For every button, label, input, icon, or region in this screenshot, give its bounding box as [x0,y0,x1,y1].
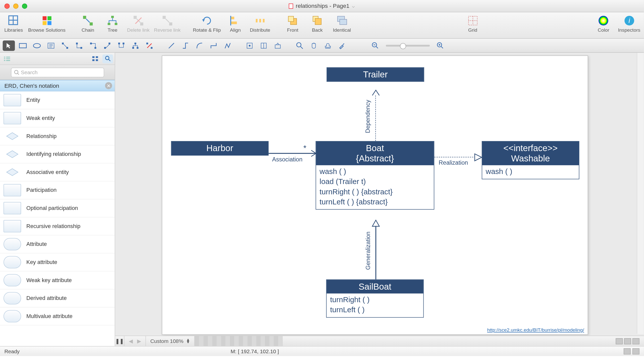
svg-rect-52 [104,47,106,49]
shape-item[interactable]: Relationship [0,127,115,146]
line-tool-5[interactable] [221,40,234,51]
edge-association[interactable] [268,153,315,154]
minimize-window-button[interactable] [13,3,18,9]
shape-item[interactable]: Entity [0,91,115,109]
svg-point-88 [105,56,109,60]
rotate-flip-button[interactable]: Rotate & Flip [193,15,221,32]
edge-generalization[interactable] [375,226,376,279]
shape-item-label: Associative entity [26,169,69,175]
uml-class-sailboat[interactable]: SailBoat turnRight ( )turnLeft ( ) [326,279,424,318]
align-button[interactable]: Align [225,15,245,32]
category-header[interactable]: ERD, Chen's notation ✕ [0,80,115,91]
outline-icon[interactable] [2,54,12,63]
close-icon[interactable]: ✕ [105,82,112,89]
uml-class-harbor[interactable]: Harbor [171,141,269,156]
footer-url[interactable]: http://sce2.umkc.edu/BIT/burrise/pl/mode… [487,327,584,333]
canvas-scroll[interactable]: Trailer Harbor Boat {Abstract} wash ( )l… [115,53,644,336]
window-title: relationships - Page1 ⌵ [0,3,644,9]
sidebar: Search ERD, Chen's notation ✕ EntityWeak… [0,53,115,346]
distribute-button[interactable]: Distribute [250,15,270,32]
zoom-slider[interactable] [386,44,430,46]
line-tool-4[interactable] [208,40,220,51]
chain-button[interactable]: Chain [78,15,98,32]
category-title: ERD, Chen's notation [4,82,59,89]
identical-button[interactable]: Identical [332,15,352,32]
eyedropper-tool[interactable] [336,40,348,51]
shape-item[interactable]: Associative entity [0,163,115,182]
connector-tool-5[interactable] [115,40,128,51]
color-button[interactable]: Color [593,15,614,32]
status-icon-1[interactable] [624,348,631,354]
zoom-out-button[interactable] [369,40,381,51]
grid-button[interactable]: Grid [463,15,483,32]
pointer-tool[interactable] [3,40,15,51]
hand-tool[interactable] [308,40,320,51]
search-input[interactable]: Search [11,67,104,77]
zoom-in-button[interactable] [434,40,447,51]
connector-tool-6[interactable] [129,40,142,51]
magnifier-tool[interactable] [294,40,306,51]
back-button[interactable]: Back [307,15,327,32]
shape-item[interactable]: Weak entity [0,109,115,127]
pager-pause-icon[interactable]: ❚❚ [115,336,125,346]
shape-item[interactable]: Key attribute [0,253,115,272]
browse-solutions-button[interactable]: Browse Solutions [28,15,65,32]
svg-rect-11 [108,23,110,25]
edge-realization[interactable] [434,157,475,157]
line-tool-1[interactable] [165,40,178,51]
delete-link-button[interactable]: Delete link [127,15,150,32]
line-tool-2[interactable] [179,40,192,51]
snap-tool-1[interactable] [244,40,256,51]
uml-interface-operations: wash ( ) [482,165,579,179]
shape-item[interactable]: Identifying relationship [0,145,115,163]
svg-rect-20 [231,17,234,19]
label-dependency: Dependency [364,100,371,133]
front-button[interactable]: Front [283,15,303,32]
ellipse-tool[interactable] [31,40,43,51]
connector-delete-tool[interactable] [143,40,156,51]
uml-interface-washable[interactable]: <<interface>> Washable wash ( ) [482,141,579,179]
zoom-label[interactable]: Custom 108% ▲▼ [146,336,195,346]
uml-class-boat[interactable]: Boat {Abstract} wash ( )load (Trailer t)… [315,141,434,209]
svg-rect-24 [259,19,261,22]
shape-item[interactable]: Recursive relationship [0,217,115,236]
pager-next-icon[interactable]: ▶ [137,338,141,344]
connector-tool-4[interactable] [101,40,113,51]
svg-rect-39 [19,43,26,48]
text-tool[interactable] [45,40,57,51]
grid-view-icon[interactable] [90,54,101,63]
shape-item[interactable]: Derived attribute [0,289,115,307]
close-window-button[interactable] [4,3,10,9]
search-mode-icon[interactable] [102,54,113,63]
libraries-button[interactable]: Libraries [4,15,24,32]
status-icon-2[interactable] [632,348,639,354]
edge-dependency[interactable] [375,95,376,141]
shape-item[interactable]: Multivalue attribute [0,307,115,326]
shape-item[interactable]: Attribute [0,235,115,253]
zoom-window-button[interactable] [22,3,27,9]
connector-tool-2[interactable] [73,40,85,51]
svg-rect-7 [83,16,86,19]
line-tool-3[interactable] [193,40,206,51]
uml-class-trailer[interactable]: Trailer [327,67,424,82]
page[interactable]: Trailer Harbor Boat {Abstract} wash ( )l… [162,55,588,335]
tree-button[interactable]: Tree [102,15,123,32]
view-toggles[interactable] [611,336,644,346]
inspectors-button[interactable]: i Inspectors [618,15,640,32]
stamp-tool[interactable] [322,40,334,51]
shape-item[interactable]: Weak key attribute [0,272,115,290]
snap-tool-2[interactable] [258,40,270,51]
pager-prev-icon[interactable]: ◀ [129,338,133,344]
connector-tool-1[interactable] [59,40,71,51]
reverse-link-button[interactable]: Reverse link [154,15,181,32]
connector-tool-3[interactable] [87,40,99,51]
rect-tool[interactable] [17,40,29,51]
horizontal-scrollbar[interactable] [195,336,283,346]
svg-rect-54 [118,42,120,44]
shape-item[interactable]: Participation [0,182,115,200]
snap-tool-3[interactable] [272,40,284,51]
vertical-scrollbar[interactable] [637,53,644,334]
shape-item-label: Relationship [26,133,57,139]
canvas-area: Trailer Harbor Boat {Abstract} wash ( )l… [115,53,644,346]
shape-item[interactable]: Optional participation [0,199,115,217]
